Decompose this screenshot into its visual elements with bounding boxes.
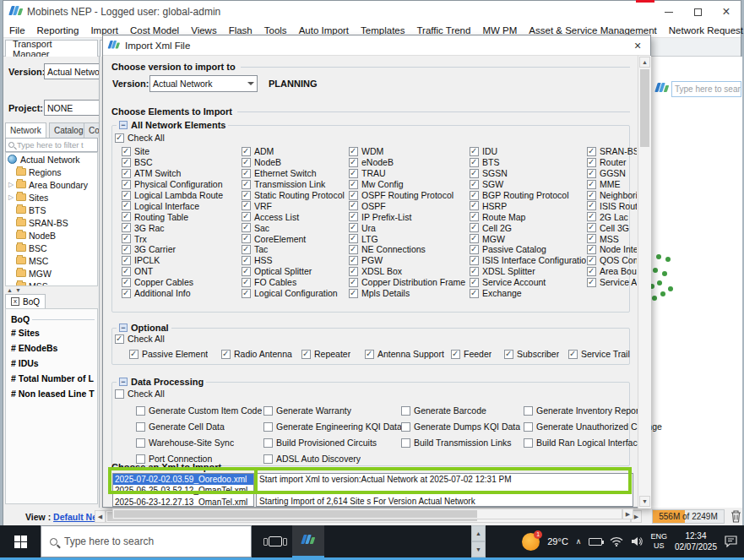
checkbox[interactable] (349, 256, 358, 265)
map-marker[interactable] (662, 271, 667, 276)
dp-checkbox-item[interactable]: Build Provisioned Circuits (263, 437, 377, 449)
ne-checkbox-item[interactable]: QOS Confi (587, 255, 637, 266)
checkbox[interactable] (242, 201, 251, 210)
checkbox[interactable] (129, 350, 138, 359)
ne-checkbox-item[interactable]: Logical Interface (122, 200, 240, 211)
map-canvas[interactable]: Type here to search (649, 57, 742, 508)
ne-checkbox-item[interactable]: ISIS Interface Configuration (470, 255, 586, 266)
tray-expand-icon[interactable]: ∧ (576, 537, 582, 546)
dp-checkbox-item[interactable]: Generate Warranty (263, 405, 351, 416)
checkbox[interactable] (587, 267, 596, 276)
checkbox[interactable] (401, 406, 410, 416)
ne-checkbox-item[interactable]: OSPF Routing Protocol (349, 190, 468, 201)
checkbox[interactable] (115, 133, 124, 143)
checkbox[interactable] (349, 180, 358, 189)
checkbox[interactable] (504, 350, 513, 359)
tree-item[interactable]: BSC (6, 242, 97, 254)
menu-item[interactable]: Views (185, 25, 222, 35)
checkbox[interactable] (451, 350, 460, 359)
checkbox[interactable] (349, 169, 358, 178)
dialog-hscroll-thumb[interactable] (114, 510, 477, 518)
start-button[interactable] (0, 525, 41, 557)
checkbox[interactable] (470, 212, 479, 221)
optional-checkbox-item[interactable]: Feeder (451, 348, 491, 360)
ne-checkbox-item[interactable]: Service Account (470, 277, 586, 288)
tree-item[interactable]: SRAN-BS (6, 216, 97, 229)
dp-check-all[interactable]: Check All (115, 389, 165, 399)
checkbox[interactable] (242, 278, 251, 287)
menu-item[interactable]: File (3, 25, 31, 35)
checkbox[interactable] (349, 278, 358, 287)
ne-checkbox-item[interactable]: Sac (242, 222, 347, 233)
checkbox[interactable] (221, 350, 231, 359)
ne-checkbox-item[interactable]: BGP Routing Protocol (470, 190, 586, 201)
dialog-version-combo[interactable]: Actual Network (149, 75, 258, 92)
checkbox[interactable] (587, 169, 596, 178)
ne-checkbox-item[interactable]: IDU (470, 146, 586, 157)
checkbox[interactable] (242, 223, 251, 232)
checkbox[interactable] (122, 245, 131, 254)
taskbar-mini-scrollbar[interactable]: ▲ ▼ (471, 525, 486, 557)
map-marker[interactable] (665, 257, 671, 262)
checkbox[interactable] (349, 201, 358, 210)
map-marker[interactable] (668, 286, 673, 291)
ne-checkbox-item[interactable]: Ethernet Switch (242, 168, 347, 179)
sidebar-version-combo[interactable]: Actual Netwo (44, 63, 100, 79)
checkbox[interactable] (122, 223, 131, 232)
checkbox[interactable] (349, 158, 358, 167)
checkbox[interactable] (242, 267, 251, 276)
taskbar-app-button[interactable] (292, 525, 324, 557)
optional-checkbox-item[interactable]: Radio Antenna (221, 348, 292, 360)
checkbox[interactable] (263, 406, 273, 416)
menu-item[interactable]: Tools (258, 25, 293, 35)
checkbox[interactable] (122, 234, 131, 243)
tree-item[interactable]: Regions (6, 166, 97, 178)
ne-checkbox-item[interactable]: Route Map (470, 211, 586, 222)
scroll-down-icon[interactable]: ▼ (471, 541, 486, 557)
collapse-icon[interactable]: − (119, 323, 128, 332)
scroll-up-icon[interactable]: ▲ (471, 525, 486, 541)
menu-item[interactable]: Reporting (31, 25, 85, 35)
ne-checkbox-item[interactable]: Area Boun (587, 266, 637, 277)
dialog-vscroll-thumb[interactable] (640, 69, 649, 147)
ne-checkbox-item[interactable]: BSC (122, 157, 240, 168)
checkbox[interactable] (470, 278, 479, 287)
ne-checkbox-item[interactable]: MGW (470, 233, 586, 244)
ne-checkbox-item[interactable]: Node Inter (587, 244, 637, 255)
dp-checkbox-item[interactable]: Generate Custom Item Code (136, 405, 262, 416)
checkbox[interactable] (122, 191, 131, 200)
checkbox[interactable] (470, 201, 479, 210)
dp-checkbox-item[interactable]: Generate Dumps KQI Data (401, 421, 520, 432)
ne-checkbox-item[interactable]: MSS (587, 233, 637, 244)
checkbox[interactable] (587, 201, 596, 210)
ne-checkbox-item[interactable]: Physical Configuration (122, 179, 240, 190)
ne-checkbox-item[interactable]: OSPF (349, 200, 468, 211)
checkbox[interactable] (524, 406, 533, 416)
checkbox[interactable] (470, 147, 479, 156)
checkbox[interactable] (349, 147, 358, 156)
dp-checkbox-item[interactable]: Generate Engineering KQI Data (263, 421, 402, 432)
action-center-icon[interactable] (725, 536, 737, 547)
hscroll-left-arrow[interactable]: ◀ (95, 510, 106, 523)
checkbox[interactable] (122, 201, 131, 210)
checkbox[interactable] (470, 158, 479, 167)
checkbox[interactable] (242, 234, 251, 243)
temperature[interactable]: 29°C (547, 536, 568, 546)
menu-item[interactable]: MW PM (476, 25, 523, 35)
dialog-vscroll-down-arrow[interactable]: ▼ (639, 496, 650, 507)
ne-checkbox-item[interactable]: Logical Configuration (242, 288, 347, 299)
checkbox[interactable] (524, 422, 533, 432)
ne-checkbox-item[interactable]: Service Ac (587, 277, 637, 288)
checkbox[interactable] (349, 223, 358, 232)
sidebar-project-combo[interactable]: NONE (44, 100, 100, 116)
checkbox[interactable] (263, 438, 273, 448)
checkbox[interactable] (401, 422, 410, 432)
expand-arrow-icon[interactable]: ▷ (6, 181, 16, 188)
close-icon[interactable]: x (11, 297, 19, 306)
dialog-hscroll-track[interactable] (112, 508, 622, 519)
checkbox[interactable] (242, 289, 251, 298)
checkbox[interactable] (122, 212, 131, 221)
checkbox[interactable] (115, 389, 124, 399)
checkbox[interactable] (242, 180, 251, 189)
checkbox[interactable] (122, 278, 131, 287)
